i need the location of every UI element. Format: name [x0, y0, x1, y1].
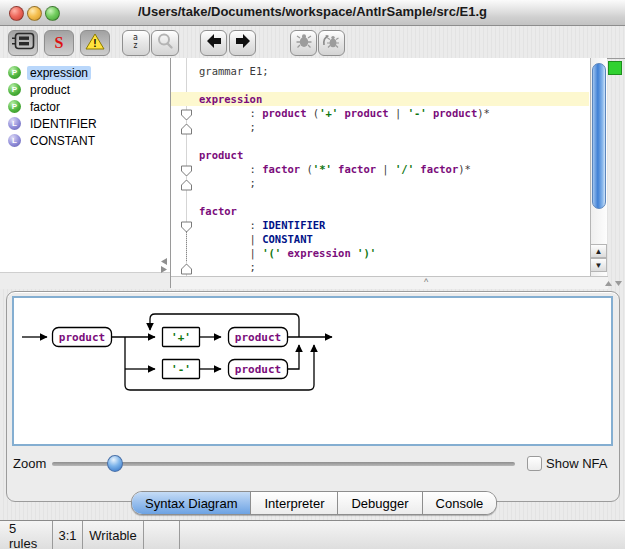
tab-console[interactable]: Console — [423, 492, 497, 514]
rule-item-label: factor — [27, 100, 63, 114]
fold-start-marker[interactable] — [180, 163, 193, 175]
warning-icon: ! — [85, 33, 105, 54]
diagram-icon — [11, 32, 35, 54]
fold-start-marker[interactable] — [180, 219, 193, 231]
show-nfa-checkbox[interactable] — [527, 456, 542, 471]
code-token: CONSTANT — [262, 233, 313, 245]
rule-item-label: IDENTIFIER — [27, 117, 100, 131]
rule-item-label: expression — [27, 66, 91, 80]
code-area[interactable]: grammar E1; expression : product ('+' pr… — [199, 64, 589, 274]
fold-region-connector — [186, 231, 187, 261]
lexer-rule-icon: L — [8, 134, 21, 147]
fold-end-marker[interactable] — [180, 121, 193, 133]
code-token: '/' — [395, 163, 414, 175]
bug-attach-icon — [322, 33, 341, 53]
code-line[interactable]: : IDENTIFIER — [199, 218, 589, 232]
forward-button[interactable] — [229, 30, 256, 56]
parser-rule-icon: P — [8, 100, 21, 113]
code-line[interactable]: : product ('+' product | '-' product)* — [199, 106, 589, 120]
rules-scroll-arrows[interactable] — [158, 257, 170, 273]
code-token: IDENTIFIER — [262, 219, 325, 231]
code-token: product — [262, 107, 306, 119]
lexer-rule-icon: L — [8, 117, 21, 130]
rules-list-footer — [0, 272, 170, 289]
back-button[interactable] — [200, 30, 227, 56]
debug-button — [290, 30, 317, 56]
code-token: : — [199, 107, 262, 119]
code-token: '+' — [319, 107, 338, 119]
diagram-label-minus: '-' — [171, 363, 191, 376]
code-token: product — [433, 107, 477, 119]
code-line[interactable] — [199, 78, 589, 92]
rule-item-expression[interactable]: Pexpression — [0, 64, 170, 81]
code-line[interactable]: ; — [199, 120, 589, 134]
rule-item-identifier[interactable]: LIDENTIFIER — [0, 115, 170, 132]
code-line[interactable]: expression — [171, 92, 589, 106]
fold-end-marker[interactable] — [180, 177, 193, 189]
parser-rule-icon: P — [8, 66, 21, 79]
warnings-button[interactable]: ! — [80, 30, 110, 56]
code-token: grammar E1; — [199, 65, 269, 77]
split-adjust-arrows[interactable] — [605, 280, 623, 287]
vertical-scrollbar-thumb[interactable] — [592, 63, 606, 209]
tab-interpreter[interactable]: Interpreter — [251, 492, 338, 514]
horizontal-scrollbar[interactable] — [171, 276, 608, 289]
rule-item-factor[interactable]: Pfactor — [0, 98, 170, 115]
code-token: | — [389, 107, 408, 119]
sort-rules-button[interactable]: az — [122, 30, 150, 56]
window-title: /Users/take/Documents/workspace/AntlrSam… — [0, 4, 625, 19]
bug-icon — [295, 33, 313, 53]
code-line[interactable]: ; — [199, 260, 589, 274]
code-line[interactable]: | '(' expression ')' — [199, 246, 589, 260]
splitter-collapse-handle[interactable]: ^ — [424, 278, 428, 287]
code-token: '(' — [262, 247, 281, 259]
code-line[interactable]: product — [199, 148, 589, 162]
code-token: expression — [288, 247, 351, 259]
arrow-right-icon — [234, 33, 252, 53]
code-token: ( — [300, 163, 313, 175]
scroll-up-button[interactable]: ▲ — [590, 244, 607, 258]
syntax-coloring-button[interactable]: S — [44, 30, 74, 56]
title-bar: /Users/take/Documents/workspace/AntlrSam… — [0, 0, 625, 26]
zoom-slider-thumb[interactable] — [107, 455, 123, 472]
writable-status: Writable — [83, 521, 144, 549]
show-nfa-label: Show NFA — [546, 456, 607, 471]
rule-item-label: CONSTANT — [27, 134, 98, 148]
rules-list: PexpressionPproductPfactorLIDENTIFIERLCO… — [0, 58, 170, 278]
scroll-down-button[interactable]: ▼ — [590, 258, 607, 272]
grammar-editor[interactable]: grammar E1; expression : product ('+' pr… — [171, 58, 590, 276]
code-line[interactable]: | CONSTANT — [199, 232, 589, 246]
code-line[interactable]: : factor ('*' factor | '/' factor)* — [199, 162, 589, 176]
caret-position-status: 3:1 — [53, 521, 83, 549]
tab-syntax-diagram[interactable]: Syntax Diagram — [132, 492, 251, 514]
code-token: | — [199, 247, 262, 259]
rule-item-constant[interactable]: LCONSTANT — [0, 132, 170, 149]
code-token: : — [199, 163, 262, 175]
sort-az-icon: az — [129, 32, 143, 54]
code-line[interactable] — [199, 134, 589, 148]
code-token: | — [376, 163, 395, 175]
tab-debugger[interactable]: Debugger — [338, 492, 422, 514]
syntax-diagram-canvas[interactable]: product '+' product '-' product — [12, 296, 613, 446]
empty-status — [144, 521, 180, 549]
code-line[interactable]: factor — [199, 204, 589, 218]
code-token: factor — [199, 205, 237, 217]
code-token: | — [199, 233, 262, 245]
code-token: ; — [199, 177, 256, 189]
parser-rule-icon: P — [8, 83, 21, 96]
code-token: : — [199, 219, 262, 231]
s-icon: S — [55, 34, 64, 52]
rule-item-label: product — [27, 83, 73, 97]
rule-item-product[interactable]: Pproduct — [0, 81, 170, 98]
code-token: ; — [199, 121, 256, 133]
syntax-diagram-button[interactable] — [8, 30, 38, 56]
code-line[interactable]: grammar E1; — [199, 64, 589, 78]
code-line[interactable] — [199, 190, 589, 204]
code-line[interactable]: ; — [199, 176, 589, 190]
code-token: factor — [338, 163, 376, 175]
fold-end-marker[interactable] — [180, 261, 193, 273]
code-token: expression — [199, 93, 262, 105]
code-token: product — [199, 149, 243, 161]
fold-start-marker[interactable] — [180, 107, 193, 119]
status-bar: 5 rules3:1Writable — [0, 520, 625, 549]
